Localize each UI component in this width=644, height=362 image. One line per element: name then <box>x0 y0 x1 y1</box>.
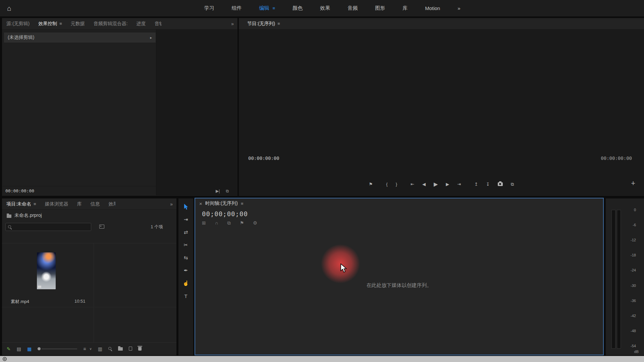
picture-icon <box>99 225 104 229</box>
search-bin-button[interactable] <box>99 224 104 230</box>
tab-libraries-label: 库 <box>77 201 82 207</box>
audio-meter-scale: 0 -6 -12 -18 -24 -30 -36 -42 -48 -54 <box>624 208 636 348</box>
hand-tool[interactable]: ☝ <box>181 279 190 288</box>
effect-controls-timecode-value: 00:00:00:00 <box>5 188 34 193</box>
audio-meters-panel[interactable]: 0 -6 -12 -18 -24 -30 -36 -42 -48 -54 dB <box>606 198 644 355</box>
project-file-name: 未命名.prproj <box>14 213 42 219</box>
tab-project[interactable]: 项目:未命名 ≡ <box>2 198 40 209</box>
project-panel-toolbar: ✎ ▤ ▦ ≡ ∨ ▥ <box>2 342 176 355</box>
workspace-tab-editing[interactable]: 编辑 ≡ <box>259 5 275 11</box>
workspace-tab-motion[interactable]: Motion <box>425 5 440 11</box>
media-item-name[interactable]: 素材.mp4 <box>11 299 29 305</box>
tab-progress[interactable]: 进度 <box>132 18 150 29</box>
selection-tool[interactable] <box>181 202 190 211</box>
selection-arrow-icon <box>183 204 189 210</box>
play-in-out-icon[interactable]: ▶| <box>216 189 220 193</box>
razor-tool[interactable]: ✂ <box>181 241 190 249</box>
tab-program[interactable]: 节目:(无序列) ≡ <box>243 18 284 29</box>
search-input[interactable] <box>14 225 89 230</box>
type-tool[interactable]: T <box>181 292 190 300</box>
workspace-tab-assembly[interactable]: 组件 <box>232 5 242 11</box>
tab-effect-controls-label: 效果控制 <box>38 21 57 27</box>
compare-view-icon[interactable]: ⧉ <box>226 189 229 193</box>
mouse-cursor <box>340 263 347 275</box>
timeline-panel[interactable]: × 时间轴:(无序列) ≡ 00;00;00;00 ⊞ ∩ ⧉ ⚑ ⚙ 在此处放… <box>195 198 604 355</box>
tab-project-label: 项目:未命名 <box>6 201 31 207</box>
mark-in-icon[interactable]: { <box>386 182 387 187</box>
pen-tool[interactable]: ✒ <box>181 266 190 275</box>
media-item-duration: 10:51 <box>74 299 86 304</box>
timeline-settings-wrench-icon[interactable]: ⚙ <box>253 220 257 226</box>
timeline-tab-label[interactable]: 时间轴:(无序列) <box>205 200 238 206</box>
add-marker-icon[interactable]: ⚑ <box>369 182 373 187</box>
panel-tab-overflow-icon[interactable]: » <box>227 18 237 29</box>
track-select-forward-tool[interactable]: ⇥ <box>181 215 190 224</box>
tab-effects[interactable]: 效果 <box>104 198 115 209</box>
timeline-add-marker-icon[interactable]: ⚑ <box>240 220 244 226</box>
linked-selection-icon[interactable]: ⧉ <box>227 220 231 226</box>
comparison-view-icon[interactable]: ⧉ <box>511 182 514 187</box>
workspace-menu-icon[interactable]: ≡ <box>273 6 275 11</box>
tab-libraries[interactable]: 库 <box>72 198 86 209</box>
workspace-overflow-icon[interactable]: » <box>458 5 460 11</box>
project-writable-icon[interactable]: ✎ <box>7 346 11 352</box>
ripple-edit-tool[interactable]: ⇄ <box>181 228 190 237</box>
program-panel-menu-icon[interactable]: ≡ <box>277 21 280 26</box>
go-to-out-icon[interactable]: ⇥ <box>457 182 461 187</box>
sort-icons-button[interactable]: ≡ ∨ <box>83 346 92 352</box>
expand-triangle-icon[interactable]: ▸ <box>150 36 152 40</box>
workspace-tab-graphics[interactable]: 图形 <box>375 5 385 11</box>
effect-controls-timecode[interactable]: 00:00:00:00 <box>2 186 156 195</box>
workspace-tabs: 学习 组件 编辑 ≡ 颜色 效果 音频 图形 库 Motion » <box>204 5 461 11</box>
new-bin-icon[interactable] <box>118 346 123 352</box>
close-icon[interactable]: × <box>199 201 202 206</box>
home-button[interactable]: ⌂ <box>0 0 18 16</box>
delete-icon[interactable] <box>138 346 142 352</box>
icon-view-icon[interactable]: ▦ <box>27 346 32 352</box>
tab-effect-controls[interactable]: 效果控制 ≡ <box>34 18 66 29</box>
slider-track <box>42 349 77 349</box>
program-position-timecode[interactable]: 00:00:00:00 <box>248 156 279 161</box>
step-forward-icon[interactable]: ▶ <box>446 182 449 187</box>
search-box[interactable] <box>5 223 91 231</box>
tab-audio-clip-mixer[interactable]: 音频剪辑混合器: <box>89 18 132 29</box>
lift-icon[interactable]: ↥ <box>474 182 478 187</box>
thumbnail-zoom-slider[interactable] <box>38 347 77 350</box>
db-tick: -6 <box>633 223 636 227</box>
project-panel-menu-icon[interactable]: ≡ <box>34 201 36 206</box>
list-view-icon[interactable]: ▤ <box>17 346 21 352</box>
button-editor-plus-icon[interactable]: + <box>631 179 635 188</box>
timeline-timecode[interactable]: 00;00;00;00 <box>202 210 603 218</box>
step-back-icon[interactable]: ◀ <box>422 182 426 187</box>
extract-icon[interactable]: ↧ <box>486 182 490 187</box>
tab-media-browser[interactable]: 媒体浏览器 <box>40 198 72 209</box>
panel-menu-icon[interactable]: ≡ <box>59 21 62 26</box>
workspace-tab-libraries[interactable]: 库 <box>402 5 408 11</box>
go-to-in-icon[interactable]: ⇤ <box>411 182 414 187</box>
project-file-row[interactable]: 未命名.prproj <box>2 210 176 221</box>
column-divider <box>94 243 94 342</box>
slider-knob[interactable] <box>38 347 41 350</box>
tab-audio-track-mixer[interactable]: 音轨混合器: <box>150 18 162 29</box>
export-frame-icon[interactable] <box>498 182 503 187</box>
tab-source[interactable]: 源:(无剪辑) <box>2 18 34 29</box>
workspace-tab-audio[interactable]: 音频 <box>347 5 358 11</box>
tab-metadata[interactable]: 元数据 <box>66 18 89 29</box>
workspace-tab-color[interactable]: 颜色 <box>292 5 303 11</box>
slip-tool[interactable]: ⇆ <box>181 253 190 262</box>
project-tab-overflow-icon[interactable]: » <box>166 198 176 209</box>
workspace-tab-effects[interactable]: 效果 <box>320 5 330 11</box>
tab-program-label: 节目:(无序列) <box>247 21 275 27</box>
mark-out-icon[interactable]: } <box>396 182 397 187</box>
snap-icon[interactable]: ∩ <box>215 220 218 226</box>
workspace-tab-learning[interactable]: 学习 <box>204 5 214 11</box>
sync-status-icon[interactable] <box>3 357 7 361</box>
automate-to-sequence-icon[interactable]: ▥ <box>98 346 102 352</box>
new-item-icon[interactable] <box>129 346 132 352</box>
media-thumbnail[interactable] <box>37 252 56 289</box>
timeline-panel-menu-icon[interactable]: ≡ <box>241 201 244 206</box>
nest-sequence-icon[interactable]: ⊞ <box>202 220 206 226</box>
tab-info[interactable]: 信息 <box>86 198 104 209</box>
find-icon[interactable] <box>108 346 112 352</box>
play-button-icon[interactable]: ▶ <box>434 181 438 187</box>
